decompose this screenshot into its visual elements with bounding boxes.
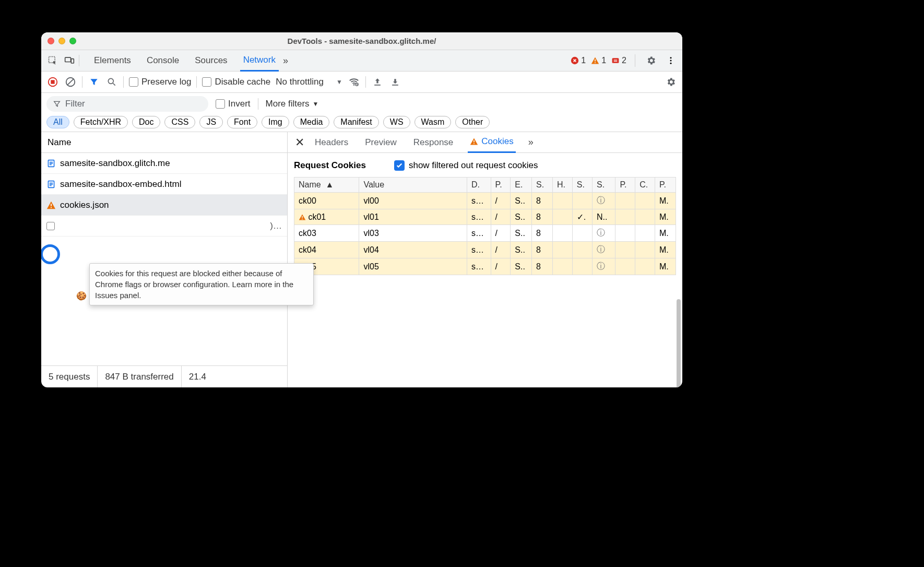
document-icon: [46, 159, 56, 168]
invert-checkbox[interactable]: Invert: [216, 99, 251, 109]
info-icon: ⓘ: [597, 228, 605, 237]
traffic-lights: [48, 38, 76, 44]
cookie-row[interactable]: ck03vl03s…/S..8ⓘM.: [294, 225, 676, 242]
col-header[interactable]: Name ▲: [294, 178, 359, 193]
disable-cache-checkbox[interactable]: Disable cache: [202, 77, 270, 87]
col-header[interactable]: S.: [572, 178, 592, 193]
request-row[interactable]: samesite-sandbox.glitch.me: [41, 153, 287, 174]
chip-img[interactable]: Img: [262, 116, 289, 128]
request-row[interactable]: samesite-sandbox-embed.html: [41, 174, 287, 195]
settings-icon[interactable]: [644, 53, 658, 68]
detail-tab-response[interactable]: Response: [411, 132, 456, 153]
col-header[interactable]: P.: [491, 178, 511, 193]
chip-css[interactable]: CSS: [164, 116, 195, 128]
blocked-cookies-tooltip: Cookies for this request are blocked eit…: [89, 263, 314, 305]
cookie-row[interactable]: ck01vl01s…/S..8✓.N..M.: [294, 209, 676, 225]
warning-badge[interactable]: 1: [591, 56, 606, 65]
checkbox-icon: [46, 222, 55, 230]
search-icon[interactable]: [105, 76, 118, 88]
zoom-window[interactable]: [69, 38, 76, 44]
chip-manifest[interactable]: Manifest: [334, 116, 378, 128]
request-row[interactable]: )…: [41, 216, 287, 237]
info-icon: ⓘ: [597, 196, 605, 205]
devtools-window: DevTools - samesite-sandbox.glitch.me/ E…: [41, 32, 682, 387]
col-header[interactable]: D.: [467, 178, 491, 193]
chip-media[interactable]: Media: [293, 116, 330, 128]
chip-font[interactable]: Font: [227, 116, 257, 128]
funnel-icon: [53, 100, 61, 108]
col-header[interactable]: S.: [592, 178, 615, 193]
inspect-icon[interactable]: [45, 53, 60, 68]
col-header[interactable]: S.: [531, 178, 552, 193]
request-list-pane: Name samesite-sandbox.glitch.mesamesite-…: [41, 132, 288, 387]
tab-sources[interactable]: Sources: [192, 50, 230, 72]
document-icon: [46, 180, 56, 189]
section-title: Request Cookies: [294, 160, 366, 171]
tab-console[interactable]: Console: [144, 50, 182, 72]
show-filtered-checkbox[interactable]: show filtered out request cookies: [394, 160, 538, 171]
col-header[interactable]: Value: [359, 178, 467, 193]
chip-doc[interactable]: Doc: [132, 116, 160, 128]
warning-icon: [46, 200, 56, 210]
error-badge[interactable]: 1: [571, 56, 586, 65]
device-emulation-icon[interactable]: [62, 53, 77, 68]
cookie-row[interactable]: ck04vl04s…/S..8ⓘM.: [294, 242, 676, 258]
cookie-icon: 🍪: [76, 290, 87, 302]
col-header[interactable]: C.: [635, 178, 655, 193]
status-time: 21.4: [182, 366, 214, 387]
close-detail-icon[interactable]: ✕: [295, 136, 304, 149]
chip-js[interactable]: JS: [199, 116, 223, 128]
filter-input[interactable]: Filter: [46, 96, 208, 112]
col-header[interactable]: E.: [511, 178, 532, 193]
chip-wasm[interactable]: Wasm: [414, 116, 452, 128]
import-har-icon[interactable]: [389, 76, 401, 88]
checked-icon: [394, 160, 405, 171]
preserve-log-checkbox[interactable]: Preserve log: [129, 77, 191, 87]
more-detail-tabs-icon[interactable]: »: [526, 137, 536, 148]
info-icon: ⓘ: [597, 262, 605, 270]
detail-tab-cookies[interactable]: Cookies: [468, 132, 515, 153]
close-window[interactable]: [48, 38, 54, 44]
request-row[interactable]: cookies.json: [41, 195, 287, 216]
tab-network[interactable]: Network: [240, 50, 279, 72]
detail-pane: ✕ HeadersPreviewResponseCookies » Reques…: [288, 132, 682, 387]
detail-tabs: ✕ HeadersPreviewResponseCookies »: [288, 132, 682, 153]
chip-other[interactable]: Other: [455, 116, 490, 128]
record-icon[interactable]: [46, 76, 59, 88]
more-filters-dropdown[interactable]: More filters▼: [266, 99, 319, 109]
chip-ws[interactable]: WS: [383, 116, 410, 128]
scrollbar[interactable]: [677, 299, 681, 387]
more-tabs-icon[interactable]: »: [281, 55, 290, 66]
filter-toggle-icon[interactable]: [88, 76, 100, 88]
col-header[interactable]: H.: [552, 178, 572, 193]
tab-elements[interactable]: Elements: [91, 50, 134, 72]
divider: [79, 55, 79, 66]
throttling-select[interactable]: No throttling▼: [276, 77, 342, 87]
request-list-header: Name: [41, 132, 287, 153]
panel-settings-icon[interactable]: [665, 76, 677, 88]
chip-all[interactable]: All: [46, 116, 69, 128]
detail-tab-preview[interactable]: Preview: [363, 132, 398, 153]
status-requests: 5 requests: [41, 366, 98, 387]
cookie-row[interactable]: ck00vl00s…/S..8ⓘM.: [294, 193, 676, 209]
cookie-row[interactable]: ck05vl05s…/S..8ⓘM.: [294, 258, 676, 275]
export-har-icon[interactable]: [371, 76, 384, 88]
warning-icon: [299, 214, 306, 221]
issue-badge[interactable]: 2: [611, 56, 626, 65]
chip-fetch-xhr[interactable]: Fetch/XHR: [74, 116, 128, 128]
network-status-bar: 5 requests 847 B transferred 21.4: [41, 365, 287, 387]
ellipsis: )…: [270, 221, 282, 231]
kebab-menu-icon[interactable]: [664, 53, 678, 68]
cookies-table: Name ▲ValueD.P.E.S.H.S.S.P.C.P. ck00vl00…: [294, 177, 676, 275]
request-name: samesite-sandbox.glitch.me: [60, 158, 170, 169]
col-header[interactable]: P.: [615, 178, 635, 193]
main-tabstrip: ElementsConsoleSourcesNetwork » 1 1 2: [41, 50, 682, 72]
minimize-window[interactable]: [58, 38, 65, 44]
status-transferred: 847 B transferred: [98, 366, 181, 387]
network-toolbar: Preserve log Disable cache No throttling…: [41, 72, 682, 93]
detail-tab-headers[interactable]: Headers: [313, 132, 350, 153]
main-split: Name samesite-sandbox.glitch.mesamesite-…: [41, 132, 682, 387]
network-conditions-icon[interactable]: [348, 76, 360, 88]
clear-icon[interactable]: [64, 76, 77, 88]
col-header[interactable]: P.: [655, 178, 676, 193]
